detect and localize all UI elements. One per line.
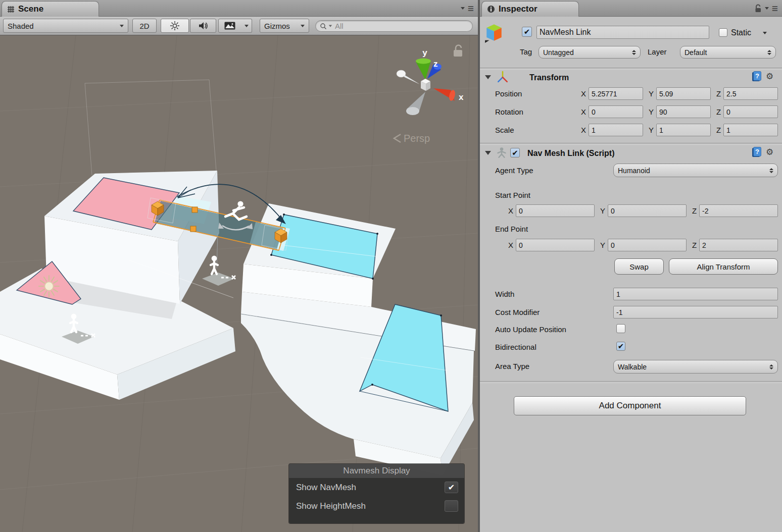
tab-inspector[interactable]: Inspector <box>481 1 579 17</box>
bidirectional-checkbox[interactable]: ✔ <box>616 342 625 351</box>
image-icon <box>224 22 235 30</box>
show-navmesh-checkbox[interactable]: ✔ <box>445 482 458 493</box>
scene-search[interactable] <box>315 20 473 32</box>
add-component-button[interactable]: Add Component <box>514 396 746 415</box>
scale-z-field[interactable] <box>723 124 778 136</box>
show-navmesh-label: Show NavMesh <box>296 483 445 493</box>
show-heightmesh-checkbox[interactable]: ✔ <box>445 500 458 512</box>
sun-icon <box>170 21 180 31</box>
cost-modifier-label: Cost Modifier <box>495 308 540 316</box>
inspector-body: ✔ ✔ Static Tag Untagged Layer Default <box>480 17 782 532</box>
gameobject-cube-icon[interactable] <box>484 23 504 43</box>
scene-lighting-button[interactable] <box>161 19 189 33</box>
scale-y-field[interactable] <box>656 124 711 136</box>
axis-z-label: Z <box>716 108 721 116</box>
agent-type-dropdown[interactable]: Humanoid <box>613 164 778 177</box>
layer-dropdown[interactable]: Default <box>680 46 776 59</box>
popup-arrows-icon <box>769 364 773 369</box>
width-field[interactable] <box>613 288 778 300</box>
panel-menu-icon[interactable]: ≡ <box>468 4 474 14</box>
scene-tabstrip: Scene ≡ <box>0 0 478 17</box>
search-input[interactable] <box>334 21 468 31</box>
gizmo-lock-icon[interactable] <box>454 45 462 57</box>
area-type-label: Area Type <box>495 362 529 370</box>
gizmo-axis-x[interactable] <box>433 88 456 101</box>
end-point-x-field[interactable] <box>516 239 595 251</box>
gizmo-y-label: y <box>422 48 427 58</box>
inspector-tab-title: Inspector <box>499 4 537 14</box>
gear-icon[interactable]: ⚙ <box>766 72 773 81</box>
panel-menu-icon[interactable]: ≡ <box>772 4 778 14</box>
unity-editor: Scene ≡ Shaded 2D <box>0 0 782 532</box>
rotation-label: Rotation <box>495 108 523 116</box>
cost-modifier-field[interactable] <box>613 306 778 318</box>
end-point-z-field[interactable] <box>699 239 778 251</box>
gameobject-name-field[interactable] <box>536 26 709 39</box>
gizmo-axis-neg-y[interactable] <box>406 92 425 115</box>
axis-x-label: X <box>581 108 586 116</box>
gizmo-z-label: z <box>433 59 438 69</box>
scene-effects-dropdown[interactable] <box>241 19 252 33</box>
help-icon[interactable]: ? <box>752 147 761 157</box>
start-point-z-field[interactable] <box>699 204 778 217</box>
toggle-2d-button[interactable]: 2D <box>132 19 157 33</box>
gizmo-axis-neg-x[interactable] <box>397 70 420 84</box>
link-width-handle[interactable] <box>192 207 198 212</box>
layer-label: Layer <box>648 47 667 56</box>
axis-x-label: X <box>581 89 586 98</box>
scene-strip-icons: ≡ <box>461 0 474 17</box>
help-icon[interactable]: ? <box>752 71 761 82</box>
axis-y-label: Y <box>649 126 654 134</box>
position-z-field[interactable] <box>723 87 778 100</box>
panel-dropdown-icon[interactable] <box>461 7 465 10</box>
static-checkbox[interactable]: ✔ <box>719 28 727 37</box>
lock-icon[interactable] <box>754 4 762 13</box>
area-type-dropdown[interactable]: Walkable <box>613 360 778 374</box>
tag-dropdown[interactable]: Untagged <box>539 46 641 59</box>
tab-scene[interactable]: Scene <box>2 1 99 17</box>
axis-y-label: Y <box>649 108 654 116</box>
axis-z-label: Z <box>692 206 697 215</box>
panel-dropdown-icon[interactable] <box>765 7 769 10</box>
swap-button[interactable]: Swap <box>614 258 664 275</box>
scene-effects-button[interactable] <box>218 19 241 33</box>
link-width-handle[interactable] <box>190 226 196 232</box>
selection-wireframe <box>85 80 216 175</box>
scene-audio-button[interactable] <box>190 19 216 33</box>
chevron-down-icon <box>301 25 305 27</box>
gear-icon[interactable]: ⚙ <box>766 148 773 156</box>
rotation-z-field[interactable] <box>723 105 778 118</box>
scale-label: Scale <box>495 126 514 134</box>
popup-arrows-icon <box>632 50 636 55</box>
search-icon <box>320 23 327 30</box>
popup-arrows-icon <box>769 168 773 173</box>
transform-icon <box>497 71 509 83</box>
tag-label: Tag <box>520 47 532 56</box>
navmeshlink-foldout[interactable] <box>485 151 491 155</box>
rotation-y-field[interactable] <box>656 105 711 118</box>
projection-label[interactable]: Persp <box>404 133 430 144</box>
auto-update-checkbox[interactable]: ✔ <box>616 324 625 333</box>
end-point-y-field[interactable] <box>608 239 687 251</box>
position-x-field[interactable] <box>589 87 643 100</box>
persp-arrow-icon[interactable] <box>394 134 401 142</box>
scale-x-field[interactable] <box>589 124 643 136</box>
scene-viewport[interactable]: y z x Persp Navmesh Display Show NavMesh… <box>0 35 478 532</box>
start-point-x-field[interactable] <box>516 204 595 217</box>
shading-mode-dropdown[interactable]: Shaded <box>3 19 128 33</box>
gizmos-dropdown[interactable]: Gizmos <box>260 19 309 33</box>
gizmos-label: Gizmos <box>264 22 290 30</box>
static-dropdown-icon[interactable] <box>763 32 767 34</box>
gizmo-cube[interactable] <box>421 79 430 91</box>
align-transform-button[interactable]: Align Transform <box>669 258 778 275</box>
position-y-field[interactable] <box>656 87 711 100</box>
position-row: Position X Y Z <box>480 87 778 100</box>
search-filter-icon[interactable] <box>329 25 332 27</box>
navmesh-link-gizmo-icon <box>202 256 235 286</box>
scene-panel: Scene ≡ Shaded 2D <box>0 0 478 532</box>
rotation-x-field[interactable] <box>589 105 643 118</box>
transform-foldout[interactable] <box>485 75 491 79</box>
start-point-y-field[interactable] <box>608 204 687 217</box>
navmeshlink-enabled-checkbox[interactable]: ✔ <box>510 148 520 157</box>
gameobject-active-checkbox[interactable]: ✔ <box>522 27 532 37</box>
